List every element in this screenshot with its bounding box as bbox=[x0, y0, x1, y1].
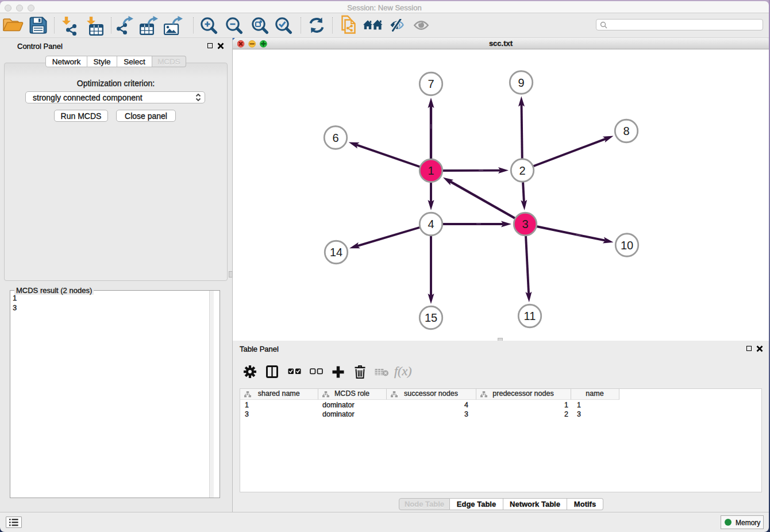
svg-text:1: 1 bbox=[428, 164, 434, 177]
svg-text:6: 6 bbox=[332, 132, 338, 144]
svg-text:3: 3 bbox=[522, 218, 528, 230]
svg-text:4: 4 bbox=[428, 218, 434, 230]
svg-text:15: 15 bbox=[425, 311, 437, 324]
svg-text:14: 14 bbox=[330, 246, 342, 259]
svg-text:8: 8 bbox=[623, 125, 629, 137]
svg-text:7: 7 bbox=[428, 78, 434, 90]
svg-text:2: 2 bbox=[519, 164, 525, 177]
svg-text:11: 11 bbox=[524, 310, 536, 322]
svg-text:10: 10 bbox=[621, 239, 633, 252]
svg-text:9: 9 bbox=[518, 76, 524, 89]
